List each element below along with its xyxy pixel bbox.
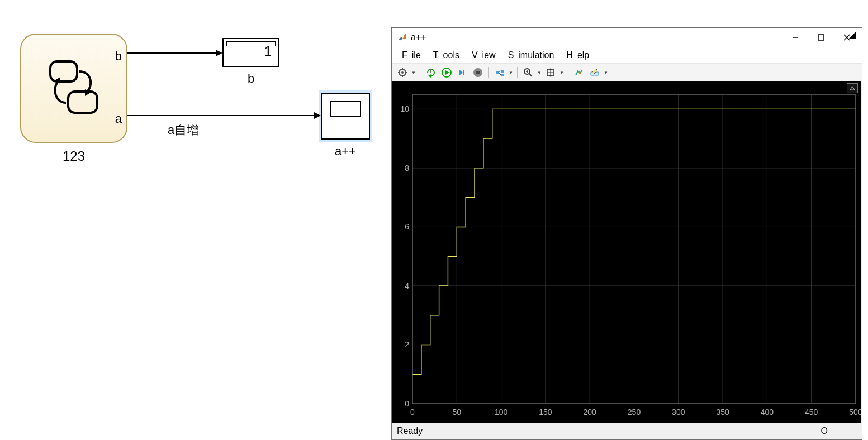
output-port-a: a (115, 112, 122, 126)
svg-text:150: 150 (539, 408, 552, 417)
scope-plot[interactable]: 0501001502002503003504004505000246810 (392, 81, 861, 423)
svg-rect-5 (818, 35, 824, 40)
svg-text:400: 400 (761, 408, 774, 417)
titlebar: a++ (392, 28, 862, 47)
dock-triangle-icon[interactable] (846, 30, 858, 40)
svg-text:450: 450 (805, 408, 818, 417)
simulink-diagram: b a 123 1 b a++ a自增 (0, 0, 391, 440)
svg-point-37 (579, 72, 581, 74)
svg-text:4: 4 (405, 281, 409, 290)
scope-axes: 0501001502002503003504004505000246810 (392, 81, 861, 423)
minimize-button[interactable] (782, 29, 808, 46)
svg-line-29 (529, 74, 532, 76)
svg-rect-23 (496, 71, 499, 74)
window-title: a++ (411, 32, 782, 42)
maximize-button[interactable] (808, 29, 834, 46)
stateflow-chart-block[interactable]: b a (20, 34, 127, 143)
svg-rect-20 (463, 70, 464, 75)
svg-marker-8 (849, 32, 856, 39)
scope-block[interactable] (321, 93, 370, 140)
configure-icon[interactable] (395, 65, 410, 80)
scope-window: a++ File Tools View Simulation Help ▼ (391, 27, 862, 440)
step-forward-icon[interactable] (455, 65, 469, 80)
output-port-b: b (115, 49, 122, 64)
zoom-dropdown[interactable]: ▼ (537, 65, 542, 80)
svg-line-27 (499, 73, 501, 75)
stateflow-icon (40, 55, 107, 122)
autoscale-dropdown[interactable]: ▼ (559, 65, 565, 80)
arrow-b (216, 50, 222, 56)
svg-marker-19 (459, 70, 463, 75)
display-value: 1 (264, 44, 272, 59)
menu-file[interactable]: File (397, 49, 425, 61)
signal-label-a: a自增 (168, 122, 199, 138)
svg-point-28 (524, 69, 530, 74)
menu-help[interactable]: Help (562, 49, 594, 61)
menu-view[interactable]: View (467, 49, 500, 61)
scope-screen-icon (330, 101, 361, 117)
svg-marker-36 (549, 75, 552, 77)
svg-rect-38 (591, 72, 599, 75)
svg-rect-32 (547, 69, 554, 76)
svg-text:300: 300 (672, 408, 685, 417)
svg-text:350: 350 (716, 408, 729, 417)
signal-line-a (127, 115, 315, 116)
status-text: Ready (397, 426, 423, 436)
svg-line-26 (499, 71, 501, 72)
restart-icon[interactable] (424, 65, 438, 80)
statusbar: Ready O (392, 423, 861, 439)
svg-text:0: 0 (405, 399, 409, 408)
svg-text:0: 0 (410, 408, 415, 417)
signal-selector-icon[interactable] (492, 65, 507, 80)
svg-marker-35 (549, 68, 552, 70)
highlight-dropdown[interactable]: ▼ (603, 65, 609, 80)
toolbar: ▼ ▼ ▼ ▼ ▼ (392, 64, 862, 82)
stop-icon[interactable] (471, 65, 485, 80)
measurements-icon[interactable] (572, 65, 586, 80)
svg-rect-0 (50, 61, 77, 82)
svg-text:500: 500 (849, 408, 861, 417)
signal-selector-dropdown[interactable]: ▼ (508, 65, 514, 80)
display-block[interactable]: 1 (222, 38, 279, 67)
status-right: O (821, 423, 828, 439)
matlab-icon (397, 32, 407, 42)
svg-marker-15 (428, 74, 431, 78)
svg-point-10 (401, 71, 404, 74)
svg-text:50: 50 (453, 408, 462, 417)
svg-rect-22 (476, 71, 480, 74)
configure-dropdown[interactable]: ▼ (411, 65, 416, 80)
menu-simulation[interactable]: Simulation (504, 49, 559, 61)
run-icon[interactable] (439, 65, 454, 80)
autoscale-icon[interactable] (543, 65, 558, 80)
arrow-a (314, 112, 321, 119)
svg-text:2: 2 (405, 340, 409, 349)
signal-line-b (127, 52, 217, 54)
svg-point-9 (399, 69, 406, 76)
display-block-label: b (222, 71, 279, 86)
svg-text:200: 200 (584, 408, 597, 417)
svg-rect-24 (501, 70, 504, 73)
svg-text:100: 100 (495, 408, 508, 417)
svg-rect-25 (501, 74, 504, 76)
svg-text:250: 250 (628, 408, 641, 417)
svg-text:8: 8 (405, 164, 409, 173)
svg-text:10: 10 (400, 104, 409, 113)
svg-point-17 (442, 68, 451, 77)
svg-point-21 (473, 68, 482, 77)
stateflow-chart-label: 123 (20, 149, 127, 164)
highlight-icon[interactable] (587, 65, 602, 80)
zoom-icon[interactable] (521, 65, 535, 80)
menubar: File Tools View Simulation Help (392, 47, 862, 64)
svg-text:6: 6 (405, 222, 409, 231)
scope-block-label: a++ (321, 144, 370, 159)
menu-tools[interactable]: Tools (429, 49, 464, 61)
svg-marker-18 (445, 70, 449, 75)
svg-rect-1 (68, 92, 97, 113)
